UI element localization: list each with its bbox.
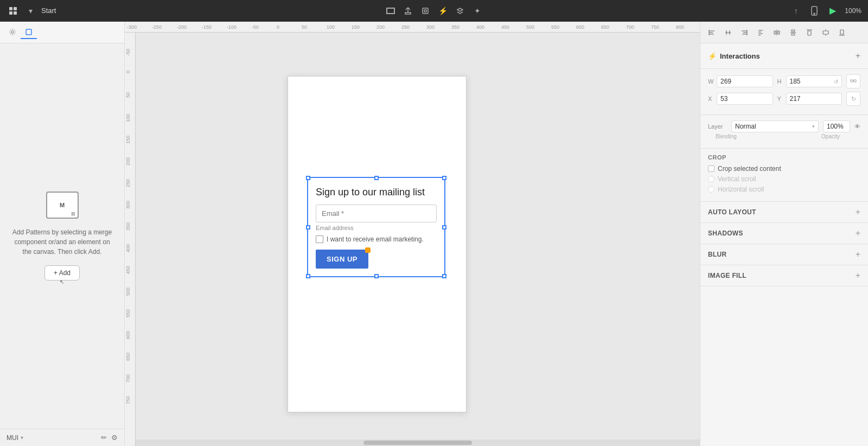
footer-dropdown-icon[interactable]: ▾	[21, 435, 23, 441]
blur-header[interactable]: BLUR +	[708, 250, 860, 259]
width-field: W 269	[708, 74, 773, 88]
crop-checkbox[interactable]	[708, 165, 714, 172]
layer-label: Layer	[708, 123, 727, 130]
left-panel-tabs	[0, 22, 124, 43]
height-field: H 185 ↺	[777, 74, 843, 88]
opacity-sub-label: Opacity	[821, 133, 840, 139]
tab-settings[interactable]	[4, 26, 21, 39]
layers-icon[interactable]	[454, 4, 467, 17]
add-button[interactable]: + Add	[44, 265, 80, 281]
shadows-header[interactable]: SHADOWS +	[708, 228, 860, 238]
left-panel-content: M ⊞ Add Patterns by selecting a merge co…	[0, 43, 124, 429]
y-input[interactable]: 217	[786, 93, 843, 105]
interactions-add-icon[interactable]: +	[856, 51, 860, 61]
width-input[interactable]: 269	[717, 75, 773, 87]
auto-layout-section: AUTO LAYOUT +	[700, 202, 868, 223]
topbar: ▾ Start ⚡ ✦ ↑ ▶ 100%	[0, 0, 868, 22]
distribute-h-icon[interactable]	[770, 26, 784, 40]
auto-layout-header: AUTO LAYOUT +	[708, 207, 860, 217]
lightning-icon[interactable]: ⚡	[436, 4, 449, 17]
grid-icon[interactable]: ✦	[471, 4, 484, 17]
ruler-vertical: -50 0 50 100 150 200 250 300 350 400 450…	[125, 33, 136, 446]
canvas-wrapper: -300 -250 -200 -150 -100 -50 0 50 100 15…	[125, 22, 700, 446]
dimensions-section: W 269 H 185 ↺ X	[700, 69, 868, 115]
x-field: X 53	[708, 92, 773, 106]
x-input[interactable]: 53	[717, 93, 773, 105]
svg-rect-30	[774, 31, 776, 34]
auto-layout-add-icon[interactable]: +	[856, 207, 860, 217]
align-bottom-icon[interactable]	[835, 26, 849, 40]
opacity-input[interactable]: 100%	[823, 120, 850, 132]
align-top-icon[interactable]	[802, 26, 816, 40]
y-value: 217	[790, 95, 801, 103]
topbar-center: ⚡ ✦	[384, 4, 484, 17]
svg-rect-2	[9, 11, 12, 15]
svg-rect-0	[9, 7, 12, 10]
interactions-label: Interactions	[720, 52, 760, 60]
svg-rect-37	[823, 31, 828, 34]
align-center-h-icon[interactable]	[721, 26, 735, 40]
selection-handle-tl	[306, 176, 310, 180]
svg-rect-7	[394, 8, 395, 14]
text-align-icon[interactable]	[754, 26, 768, 40]
vertical-scroll-radio	[708, 176, 714, 182]
signup-button[interactable]: SIGN UP	[316, 250, 368, 269]
component-icon[interactable]	[419, 4, 432, 17]
crop-selected-option[interactable]: Crop selected content	[708, 165, 860, 173]
svg-rect-13	[26, 29, 31, 35]
visibility-icon[interactable]: 👁	[854, 123, 860, 130]
selection-handle-br	[442, 274, 446, 278]
marketing-checkbox[interactable]	[316, 235, 323, 243]
height-value: 185	[790, 78, 801, 85]
blur-title: BLUR	[708, 251, 727, 258]
svg-rect-5	[386, 13, 395, 14]
align-right-icon[interactable]	[737, 26, 751, 40]
height-input[interactable]: 185 ↺	[786, 75, 843, 87]
vertical-scroll-option: Vertical scroll	[708, 175, 860, 183]
share-icon[interactable]	[401, 4, 414, 17]
horizontal-scrollbar[interactable]	[136, 439, 700, 446]
shadows-section: SHADOWS +	[700, 223, 868, 244]
horizontal-scroll-radio	[708, 186, 714, 193]
svg-rect-3	[14, 11, 17, 15]
footer-label: MUI	[7, 434, 18, 442]
frame-icon[interactable]	[384, 4, 397, 17]
crop-selected-label: Crop selected content	[718, 165, 781, 173]
left-panel: M ⊞ Add Patterns by selecting a merge co…	[0, 22, 125, 446]
blending-select[interactable]: Normal ▾	[731, 120, 819, 132]
rotate-icon[interactable]: ↻	[846, 92, 860, 106]
svg-rect-41	[840, 30, 844, 34]
svg-rect-6	[386, 8, 387, 14]
constraint-icon[interactable]	[846, 74, 860, 88]
tab-frame[interactable]	[21, 26, 37, 39]
project-name: Start	[41, 7, 56, 15]
canvas-ruler-container: -50 0 50 100 150 200 250 300 350 400 450…	[125, 33, 700, 446]
blur-section: BLUR +	[700, 244, 868, 265]
image-fill-header[interactable]: IMAGE FILL +	[708, 271, 860, 281]
ruler-horizontal: -300 -250 -200 -150 -100 -50 0 50 100 15…	[125, 22, 700, 33]
email-input[interactable]	[316, 205, 437, 222]
play-icon[interactable]: ▶	[826, 4, 839, 17]
height-label: H	[777, 78, 784, 85]
image-fill-add-icon[interactable]: +	[856, 271, 860, 281]
canvas-surface[interactable]: Sign up to our mailing list Email addres…	[136, 33, 700, 446]
mobile-preview-icon[interactable]	[808, 4, 821, 17]
dropdown-arrow-icon[interactable]: ▾	[24, 4, 37, 17]
shadows-add-icon[interactable]: +	[856, 228, 860, 238]
settings-icon[interactable]: ⚙	[111, 434, 118, 442]
email-label: Email address	[316, 225, 437, 231]
y-label: Y	[777, 95, 784, 102]
form-selected-element[interactable]: Sign up to our mailing list Email addres…	[307, 177, 445, 277]
blur-add-icon[interactable]: +	[856, 250, 860, 259]
distribute-v-icon[interactable]	[786, 26, 800, 40]
export-icon[interactable]: ↑	[789, 4, 802, 17]
scrollbar-thumb[interactable]	[363, 441, 472, 445]
selection-handle-bm	[374, 274, 379, 278]
align-left-icon[interactable]	[705, 26, 719, 40]
app-menu-icon[interactable]	[7, 4, 20, 17]
edit-icon[interactable]: ✏	[101, 434, 107, 442]
interactions-title: ⚡ Interactions	[708, 52, 760, 60]
blending-chevron-icon: ▾	[812, 124, 815, 129]
align-middle-icon[interactable]	[819, 26, 833, 40]
blending-value: Normal	[735, 123, 756, 130]
